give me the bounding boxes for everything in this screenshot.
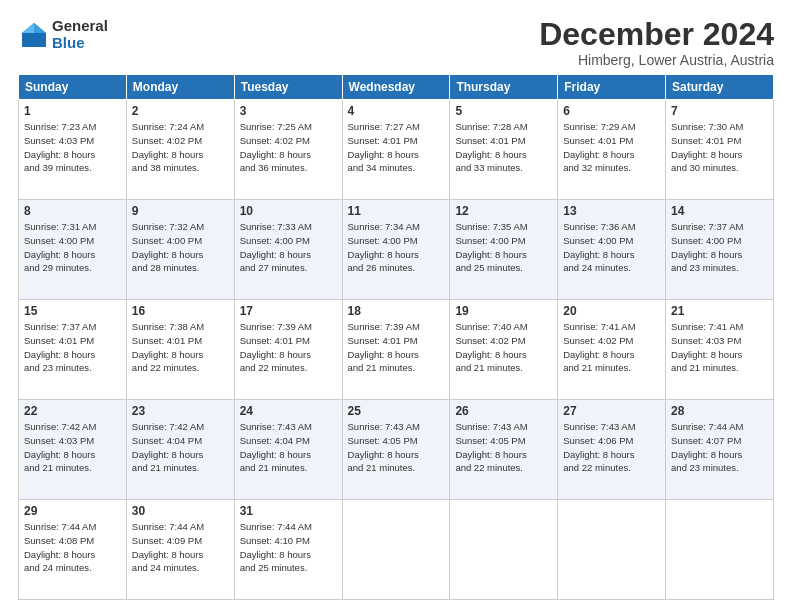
header-cell-wednesday: Wednesday	[342, 75, 450, 100]
day-number: 8	[24, 204, 121, 218]
day-cell-18: 18Sunrise: 7:39 AM Sunset: 4:01 PM Dayli…	[342, 300, 450, 400]
day-number: 24	[240, 404, 337, 418]
svg-marker-2	[22, 23, 34, 33]
day-info: Sunrise: 7:24 AM Sunset: 4:02 PM Dayligh…	[132, 120, 229, 175]
day-cell-21: 21Sunrise: 7:41 AM Sunset: 4:03 PM Dayli…	[666, 300, 774, 400]
day-cell-16: 16Sunrise: 7:38 AM Sunset: 4:01 PM Dayli…	[126, 300, 234, 400]
day-cell-15: 15Sunrise: 7:37 AM Sunset: 4:01 PM Dayli…	[19, 300, 127, 400]
day-info: Sunrise: 7:25 AM Sunset: 4:02 PM Dayligh…	[240, 120, 337, 175]
day-info: Sunrise: 7:32 AM Sunset: 4:00 PM Dayligh…	[132, 220, 229, 275]
day-info: Sunrise: 7:39 AM Sunset: 4:01 PM Dayligh…	[240, 320, 337, 375]
day-number: 12	[455, 204, 552, 218]
day-info: Sunrise: 7:23 AM Sunset: 4:03 PM Dayligh…	[24, 120, 121, 175]
week-row-2: 8Sunrise: 7:31 AM Sunset: 4:00 PM Daylig…	[19, 200, 774, 300]
week-row-1: 1Sunrise: 7:23 AM Sunset: 4:03 PM Daylig…	[19, 100, 774, 200]
title-block: December 2024 Himberg, Lower Austria, Au…	[539, 18, 774, 68]
day-number: 27	[563, 404, 660, 418]
day-number: 30	[132, 504, 229, 518]
week-row-4: 22Sunrise: 7:42 AM Sunset: 4:03 PM Dayli…	[19, 400, 774, 500]
day-number: 18	[348, 304, 445, 318]
day-number: 23	[132, 404, 229, 418]
header-cell-sunday: Sunday	[19, 75, 127, 100]
day-cell-4: 4Sunrise: 7:27 AM Sunset: 4:01 PM Daylig…	[342, 100, 450, 200]
day-cell-23: 23Sunrise: 7:42 AM Sunset: 4:04 PM Dayli…	[126, 400, 234, 500]
day-cell-22: 22Sunrise: 7:42 AM Sunset: 4:03 PM Dayli…	[19, 400, 127, 500]
day-cell-10: 10Sunrise: 7:33 AM Sunset: 4:00 PM Dayli…	[234, 200, 342, 300]
empty-cell	[666, 500, 774, 600]
day-info: Sunrise: 7:43 AM Sunset: 4:05 PM Dayligh…	[455, 420, 552, 475]
day-number: 21	[671, 304, 768, 318]
day-info: Sunrise: 7:42 AM Sunset: 4:04 PM Dayligh…	[132, 420, 229, 475]
day-info: Sunrise: 7:34 AM Sunset: 4:00 PM Dayligh…	[348, 220, 445, 275]
day-number: 6	[563, 104, 660, 118]
day-cell-3: 3Sunrise: 7:25 AM Sunset: 4:02 PM Daylig…	[234, 100, 342, 200]
day-info: Sunrise: 7:30 AM Sunset: 4:01 PM Dayligh…	[671, 120, 768, 175]
day-number: 15	[24, 304, 121, 318]
empty-cell	[450, 500, 558, 600]
day-info: Sunrise: 7:31 AM Sunset: 4:00 PM Dayligh…	[24, 220, 121, 275]
header-cell-monday: Monday	[126, 75, 234, 100]
day-cell-12: 12Sunrise: 7:35 AM Sunset: 4:00 PM Dayli…	[450, 200, 558, 300]
day-cell-25: 25Sunrise: 7:43 AM Sunset: 4:05 PM Dayli…	[342, 400, 450, 500]
month-title: December 2024	[539, 18, 774, 50]
day-info: Sunrise: 7:43 AM Sunset: 4:05 PM Dayligh…	[348, 420, 445, 475]
day-number: 19	[455, 304, 552, 318]
logo: General Blue	[18, 18, 108, 51]
day-number: 20	[563, 304, 660, 318]
day-info: Sunrise: 7:28 AM Sunset: 4:01 PM Dayligh…	[455, 120, 552, 175]
day-cell-19: 19Sunrise: 7:40 AM Sunset: 4:02 PM Dayli…	[450, 300, 558, 400]
day-number: 4	[348, 104, 445, 118]
day-number: 28	[671, 404, 768, 418]
day-info: Sunrise: 7:44 AM Sunset: 4:07 PM Dayligh…	[671, 420, 768, 475]
day-cell-1: 1Sunrise: 7:23 AM Sunset: 4:03 PM Daylig…	[19, 100, 127, 200]
day-info: Sunrise: 7:37 AM Sunset: 4:00 PM Dayligh…	[671, 220, 768, 275]
empty-cell	[558, 500, 666, 600]
day-number: 26	[455, 404, 552, 418]
day-info: Sunrise: 7:37 AM Sunset: 4:01 PM Dayligh…	[24, 320, 121, 375]
day-cell-29: 29Sunrise: 7:44 AM Sunset: 4:08 PM Dayli…	[19, 500, 127, 600]
day-info: Sunrise: 7:29 AM Sunset: 4:01 PM Dayligh…	[563, 120, 660, 175]
day-number: 11	[348, 204, 445, 218]
day-number: 3	[240, 104, 337, 118]
day-info: Sunrise: 7:27 AM Sunset: 4:01 PM Dayligh…	[348, 120, 445, 175]
day-cell-6: 6Sunrise: 7:29 AM Sunset: 4:01 PM Daylig…	[558, 100, 666, 200]
day-info: Sunrise: 7:39 AM Sunset: 4:01 PM Dayligh…	[348, 320, 445, 375]
day-number: 31	[240, 504, 337, 518]
svg-marker-1	[34, 23, 46, 33]
day-number: 22	[24, 404, 121, 418]
day-cell-13: 13Sunrise: 7:36 AM Sunset: 4:00 PM Dayli…	[558, 200, 666, 300]
day-number: 5	[455, 104, 552, 118]
day-cell-8: 8Sunrise: 7:31 AM Sunset: 4:00 PM Daylig…	[19, 200, 127, 300]
day-cell-9: 9Sunrise: 7:32 AM Sunset: 4:00 PM Daylig…	[126, 200, 234, 300]
day-cell-30: 30Sunrise: 7:44 AM Sunset: 4:09 PM Dayli…	[126, 500, 234, 600]
day-cell-27: 27Sunrise: 7:43 AM Sunset: 4:06 PM Dayli…	[558, 400, 666, 500]
day-number: 9	[132, 204, 229, 218]
header-cell-thursday: Thursday	[450, 75, 558, 100]
day-number: 29	[24, 504, 121, 518]
day-info: Sunrise: 7:36 AM Sunset: 4:00 PM Dayligh…	[563, 220, 660, 275]
day-info: Sunrise: 7:41 AM Sunset: 4:02 PM Dayligh…	[563, 320, 660, 375]
header: General Blue December 2024 Himberg, Lowe…	[18, 18, 774, 68]
logo-general: General	[52, 18, 108, 35]
header-cell-friday: Friday	[558, 75, 666, 100]
day-cell-11: 11Sunrise: 7:34 AM Sunset: 4:00 PM Dayli…	[342, 200, 450, 300]
day-info: Sunrise: 7:42 AM Sunset: 4:03 PM Dayligh…	[24, 420, 121, 475]
day-number: 1	[24, 104, 121, 118]
week-row-3: 15Sunrise: 7:37 AM Sunset: 4:01 PM Dayli…	[19, 300, 774, 400]
day-info: Sunrise: 7:33 AM Sunset: 4:00 PM Dayligh…	[240, 220, 337, 275]
day-cell-2: 2Sunrise: 7:24 AM Sunset: 4:02 PM Daylig…	[126, 100, 234, 200]
day-number: 14	[671, 204, 768, 218]
day-cell-14: 14Sunrise: 7:37 AM Sunset: 4:00 PM Dayli…	[666, 200, 774, 300]
day-number: 25	[348, 404, 445, 418]
day-info: Sunrise: 7:35 AM Sunset: 4:00 PM Dayligh…	[455, 220, 552, 275]
page: General Blue December 2024 Himberg, Lowe…	[0, 0, 792, 612]
logo-icon	[18, 19, 50, 51]
day-info: Sunrise: 7:44 AM Sunset: 4:09 PM Dayligh…	[132, 520, 229, 575]
day-number: 7	[671, 104, 768, 118]
day-cell-31: 31Sunrise: 7:44 AM Sunset: 4:10 PM Dayli…	[234, 500, 342, 600]
day-number: 2	[132, 104, 229, 118]
day-number: 10	[240, 204, 337, 218]
day-info: Sunrise: 7:44 AM Sunset: 4:08 PM Dayligh…	[24, 520, 121, 575]
calendar-table: SundayMondayTuesdayWednesdayThursdayFrid…	[18, 74, 774, 600]
day-number: 17	[240, 304, 337, 318]
